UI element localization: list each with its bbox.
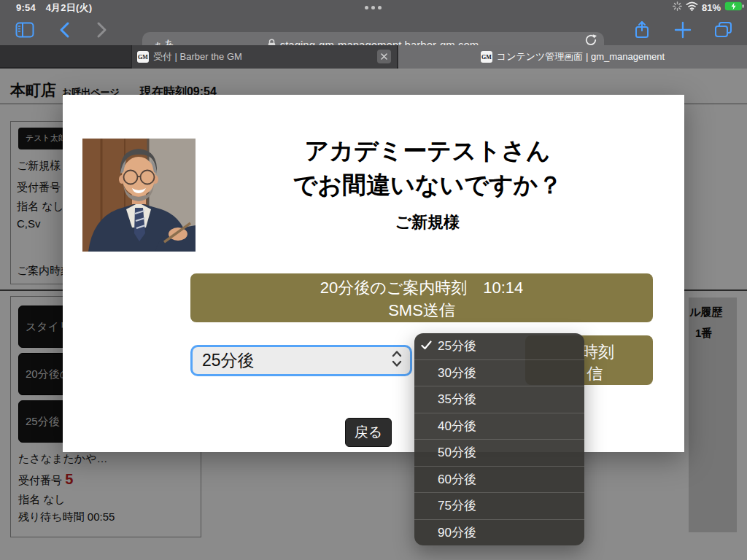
dropdown-option[interactable]: 35分後 bbox=[414, 386, 584, 413]
delay-time-dropdown: 25分後 30分後 35分後 40分後 50分後 60分後 75分後 90分後 bbox=[414, 333, 584, 545]
tab-title: 受付 | Barber the GM bbox=[153, 50, 242, 63]
checkmark-icon bbox=[421, 339, 432, 354]
sms-20min-button[interactable]: 20分後のご案内時刻 10:14 SMS送信 bbox=[190, 273, 653, 322]
back-button[interactable] bbox=[54, 20, 74, 39]
dropdown-option[interactable]: 30分後 bbox=[414, 359, 584, 386]
status-date: 4月2日(火) bbox=[46, 2, 93, 13]
wifi-icon bbox=[686, 1, 698, 14]
select-chevrons-icon bbox=[391, 349, 403, 373]
select-value: 25分後 bbox=[202, 349, 255, 372]
staff-photo bbox=[82, 139, 196, 252]
dropdown-option[interactable]: 40分後 bbox=[414, 413, 584, 440]
status-bar: 9:54 4月2日(火) 81% bbox=[0, 0, 747, 15]
tab-close-icon[interactable] bbox=[377, 50, 391, 63]
dropdown-option[interactable]: 75分後 bbox=[414, 492, 584, 519]
battery-charging-icon bbox=[724, 1, 744, 14]
delay-time-select[interactable]: 25分後 bbox=[190, 345, 412, 376]
dropdown-option[interactable]: 90分後 bbox=[414, 519, 584, 546]
status-time: 9:54 bbox=[16, 2, 36, 13]
forward-button[interactable] bbox=[92, 20, 112, 39]
gm-favicon: GM bbox=[481, 51, 492, 63]
back-button[interactable]: 戻る bbox=[345, 418, 392, 447]
safari-toolbar: ぁあ staging-gm-management.barber-gm.com bbox=[0, 15, 747, 45]
ipad-screen: 9:54 4月2日(火) 81% ぁあ bbox=[0, 0, 747, 560]
tab-management[interactable]: GM コンテンツ管理画面 | gm_management bbox=[398, 45, 747, 69]
dropdown-option[interactable]: 50分後 bbox=[414, 439, 584, 466]
hotspot-sparkle-icon bbox=[673, 1, 682, 14]
tab-title: コンテンツ管理画面 | gm_management bbox=[497, 50, 665, 63]
dropdown-option[interactable]: 25分後 bbox=[414, 333, 584, 359]
tab-reception[interactable]: GM 受付 | Barber the GM bbox=[131, 45, 398, 69]
sidebar-toggle-button[interactable] bbox=[15, 20, 35, 39]
dropdown-option[interactable]: 60分後 bbox=[414, 466, 584, 493]
tab-bar: GM 受付 | Barber the GM GM コンテンツ管理画面 | gm_… bbox=[0, 45, 747, 69]
customer-type-label: ご新規様 bbox=[209, 211, 646, 233]
confirm-title: アカデミーテストさん でお間違いないですか？ bbox=[209, 134, 646, 203]
multitask-dots-icon bbox=[365, 6, 382, 9]
battery-percent: 81% bbox=[702, 2, 721, 13]
new-tab-button[interactable] bbox=[673, 20, 693, 39]
share-button[interactable] bbox=[632, 20, 652, 39]
confirm-customer-modal: アカデミーテストさん でお間違いないですか？ ご新規様 20分後のご案内時刻 1… bbox=[63, 95, 684, 452]
tab-overview-button[interactable] bbox=[713, 20, 734, 39]
gm-favicon: GM bbox=[137, 51, 149, 63]
